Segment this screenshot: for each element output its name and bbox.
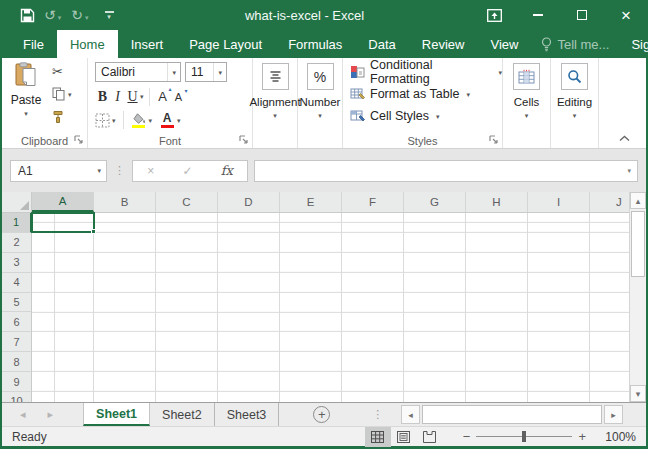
- bold-button[interactable]: B: [95, 89, 110, 105]
- font-size-select[interactable]: 11 ▾: [185, 62, 227, 82]
- horizontal-scroll-thumb[interactable]: [422, 405, 602, 424]
- tab-page-layout[interactable]: Page Layout: [176, 30, 275, 58]
- scroll-left-button[interactable]: ◂: [401, 405, 420, 424]
- formula-input[interactable]: ▾: [254, 160, 638, 182]
- sheet-tab-sheet2[interactable]: Sheet2: [150, 403, 215, 426]
- row-header-6[interactable]: 6: [2, 312, 31, 332]
- font-color-dropdown-caret[interactable]: ▾: [177, 117, 181, 124]
- row-header-3[interactable]: 3: [2, 253, 31, 273]
- paste-button[interactable]: Paste ▾: [7, 62, 45, 117]
- borders-button[interactable]: [95, 113, 110, 128]
- row-header-5[interactable]: 5: [2, 293, 31, 313]
- zoom-level-label[interactable]: 100%: [592, 430, 636, 444]
- copy-button[interactable]: ▾: [52, 87, 72, 101]
- minimize-button[interactable]: [516, 0, 560, 30]
- sheet-bar-grip-icon[interactable]: ⋮: [372, 403, 383, 426]
- column-header-g[interactable]: G: [404, 192, 466, 212]
- save-button[interactable]: [10, 0, 44, 30]
- vertical-scrollbar[interactable]: ▴ ▾: [629, 192, 646, 402]
- sheet-nav-left-button[interactable]: ◂: [20, 403, 26, 426]
- add-sheet-button[interactable]: +: [313, 406, 330, 423]
- clipboard-dialog-launcher[interactable]: [74, 135, 84, 145]
- borders-dropdown-caret[interactable]: ▾: [112, 117, 116, 124]
- row-header-7[interactable]: 7: [2, 332, 31, 352]
- italic-button[interactable]: I: [110, 89, 125, 105]
- zoom-in-button[interactable]: +: [572, 429, 592, 444]
- formula-bar-grip-icon[interactable]: ⋮: [107, 164, 132, 177]
- cells-button[interactable]: Cells ▾: [503, 58, 550, 148]
- tab-home[interactable]: Home: [57, 30, 118, 58]
- row-header-1[interactable]: 1: [2, 213, 32, 233]
- zoom-out-button[interactable]: −: [457, 429, 477, 444]
- tab-file[interactable]: File: [10, 30, 57, 58]
- styles-dialog-launcher[interactable]: [489, 135, 499, 145]
- number-button[interactable]: % Number ▾: [298, 58, 342, 148]
- column-header-f[interactable]: F: [342, 192, 404, 212]
- font-dialog-launcher[interactable]: [239, 135, 249, 145]
- row-header-10[interactable]: 10: [2, 392, 31, 402]
- alignment-button[interactable]: Alignment ▾: [253, 58, 297, 148]
- column-header-c[interactable]: C: [156, 192, 218, 212]
- tab-data[interactable]: Data: [355, 30, 408, 58]
- paste-dropdown-caret[interactable]: ▾: [7, 110, 45, 117]
- tab-view[interactable]: View: [477, 30, 531, 58]
- font-color-button[interactable]: A: [159, 113, 175, 128]
- collapse-ribbon-button[interactable]: [619, 135, 630, 142]
- fill-color-dropdown-caret[interactable]: ▾: [149, 117, 153, 124]
- active-cell-selection[interactable]: [31, 212, 95, 233]
- redo-button[interactable]: ↻ ▾: [71, 0, 90, 30]
- maximize-button[interactable]: [560, 0, 604, 30]
- column-header-h[interactable]: H: [466, 192, 528, 212]
- underline-button[interactable]: U: [125, 89, 140, 105]
- column-header-j[interactable]: J: [590, 192, 629, 212]
- increase-font-button[interactable]: A▴: [155, 89, 171, 104]
- editing-button[interactable]: Editing ▾: [551, 58, 598, 148]
- name-box-caret[interactable]: ▾: [92, 161, 106, 181]
- redo-dropdown-caret[interactable]: ▾: [85, 14, 89, 22]
- scroll-right-button[interactable]: ▸: [604, 405, 623, 424]
- format-painter-button[interactable]: [52, 110, 72, 124]
- underline-dropdown-caret[interactable]: ▾: [140, 93, 144, 100]
- tab-insert[interactable]: Insert: [118, 30, 177, 58]
- format-as-table-button[interactable]: Format as Table ▾: [343, 83, 502, 105]
- row-header-8[interactable]: 8: [2, 352, 31, 372]
- column-header-b[interactable]: B: [94, 192, 156, 212]
- horizontal-scrollbar[interactable]: ◂ ▸: [401, 405, 623, 424]
- page-break-preview-button[interactable]: [417, 427, 443, 447]
- zoom-slider-thumb[interactable]: [522, 431, 526, 442]
- copy-dropdown-caret[interactable]: ▾: [68, 91, 72, 98]
- cell-styles-button[interactable]: Cell Styles ▾: [343, 105, 502, 127]
- undo-dropdown-caret[interactable]: ▾: [58, 14, 62, 22]
- column-header-a[interactable]: A: [32, 192, 94, 212]
- font-name-select[interactable]: Calibri ▾: [95, 62, 181, 82]
- cells-area[interactable]: [32, 213, 629, 402]
- decrease-font-button[interactable]: A▾: [171, 91, 187, 103]
- sign-in-button[interactable]: Sign in: [619, 30, 648, 58]
- close-button[interactable]: ×: [604, 0, 648, 30]
- sheet-nav-right-button[interactable]: ▸: [48, 403, 54, 426]
- tell-me-button[interactable]: Tell me...: [531, 30, 619, 58]
- row-header-9[interactable]: 9: [2, 372, 31, 392]
- page-layout-view-button[interactable]: [391, 427, 417, 447]
- enter-button[interactable]: ✓: [182, 164, 192, 178]
- ribbon-display-options-button[interactable]: [472, 0, 516, 30]
- column-header-i[interactable]: I: [528, 192, 590, 212]
- expand-formula-bar-caret[interactable]: ▾: [627, 167, 637, 174]
- cut-button[interactable]: ✂: [52, 64, 72, 78]
- vertical-scroll-thumb[interactable]: [631, 211, 645, 277]
- conditional-formatting-button[interactable]: Conditional Formatting ▾: [343, 61, 502, 83]
- customize-quick-access-button[interactable]: ▾: [105, 0, 114, 30]
- undo-button[interactable]: ↺ ▾: [44, 0, 63, 30]
- scroll-up-button[interactable]: ▴: [630, 192, 646, 209]
- column-header-d[interactable]: D: [218, 192, 280, 212]
- fill-color-button[interactable]: [131, 113, 147, 128]
- select-all-button[interactable]: [2, 192, 32, 212]
- normal-view-button[interactable]: [365, 427, 391, 447]
- fill-handle[interactable]: [91, 229, 96, 234]
- row-header-2[interactable]: 2: [2, 233, 31, 253]
- cancel-button[interactable]: ×: [147, 164, 154, 178]
- zoom-slider[interactable]: [476, 436, 572, 437]
- insert-function-button[interactable]: fx: [221, 163, 233, 178]
- sheet-tab-sheet3[interactable]: Sheet3: [215, 403, 280, 426]
- sheet-tab-sheet1[interactable]: Sheet1: [83, 403, 150, 426]
